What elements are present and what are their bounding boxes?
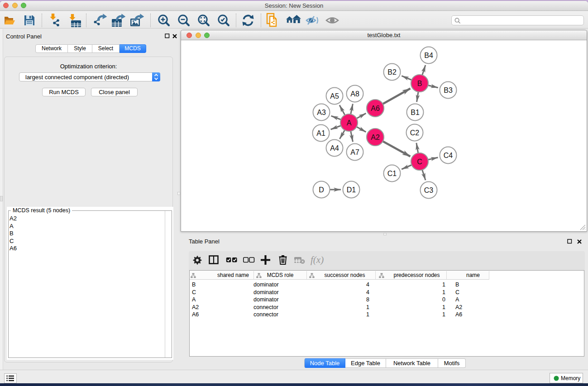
svg-text:A6: A6 (371, 105, 380, 112)
svg-text:C4: C4 (444, 152, 453, 159)
svg-text:A7: A7 (350, 148, 359, 156)
svg-text:C3: C3 (424, 186, 434, 194)
svg-text:B2: B2 (387, 68, 397, 76)
svg-text:A5: A5 (330, 92, 339, 100)
svg-text:B3: B3 (444, 86, 453, 94)
svg-text:A8: A8 (350, 90, 359, 98)
svg-text:B4: B4 (424, 52, 433, 59)
svg-text:C: C (417, 158, 422, 166)
svg-text:D: D (319, 186, 324, 194)
svg-text:A2: A2 (371, 133, 380, 141)
svg-text:A4: A4 (330, 144, 339, 152)
svg-text:A3: A3 (317, 109, 326, 116)
svg-text:A1: A1 (316, 129, 325, 137)
svg-text:A: A (347, 119, 352, 127)
svg-text:B: B (417, 80, 422, 87)
svg-text:B1: B1 (411, 109, 420, 116)
svg-text:D1: D1 (347, 186, 356, 194)
svg-text:C1: C1 (387, 170, 397, 177)
svg-text:C2: C2 (410, 129, 420, 137)
